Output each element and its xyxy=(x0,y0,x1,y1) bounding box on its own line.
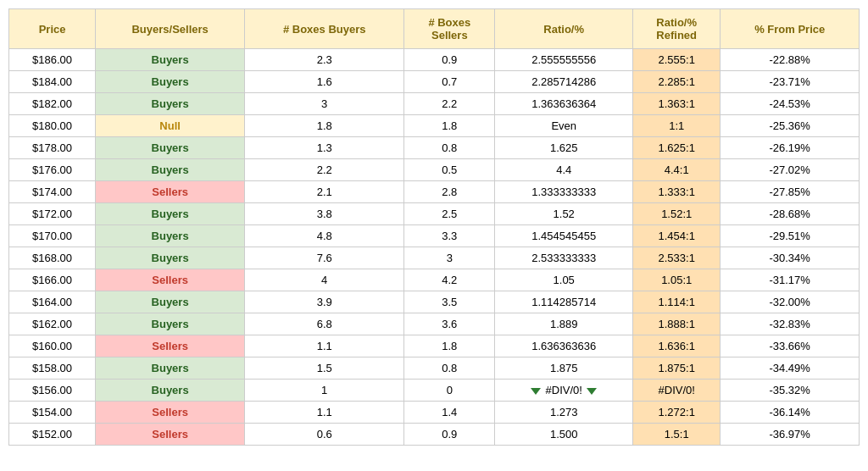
header-ratio-refined: Ratio/% Refined xyxy=(633,9,721,49)
ratio-cell: 1.05 xyxy=(495,269,633,291)
ratio-cell: 2.555555556 xyxy=(495,49,633,71)
header-boxes-buyers: # Boxes Buyers xyxy=(245,9,404,49)
type-cell: Buyers xyxy=(96,71,245,93)
price-cell: $180.00 xyxy=(9,115,96,137)
boxes-sellers-cell: 0.9 xyxy=(404,49,495,71)
ratio-cell: 1.114285714 xyxy=(495,291,633,313)
boxes-buyers-cell: 1.3 xyxy=(245,137,404,159)
ratio-cell: 2.533333333 xyxy=(495,247,633,269)
header-ratio: Ratio/% xyxy=(495,9,633,49)
ratio-refined-cell: 4.4:1 xyxy=(633,159,721,181)
ratio-cell: 1.636363636 xyxy=(495,335,633,357)
price-cell: $172.00 xyxy=(9,203,96,225)
price-cell: $168.00 xyxy=(9,247,96,269)
boxes-buyers-cell: 3.9 xyxy=(245,291,404,313)
ratio-cell: 1.52 xyxy=(495,203,633,225)
type-cell: Buyers xyxy=(96,93,245,115)
boxes-sellers-cell: 2.5 xyxy=(404,203,495,225)
ratio-refined-cell: 1.333:1 xyxy=(633,181,721,203)
boxes-buyers-cell: 6.8 xyxy=(245,313,404,335)
ratio-cell: 1.889 xyxy=(495,313,633,335)
type-cell: Sellers xyxy=(96,424,245,446)
ratio-refined-cell: 2.285:1 xyxy=(633,71,721,93)
boxes-sellers-cell: 2.2 xyxy=(404,93,495,115)
type-cell: Buyers xyxy=(96,357,245,380)
boxes-buyers-cell: 0.6 xyxy=(245,424,404,446)
price-cell: $178.00 xyxy=(9,137,96,159)
type-cell: Null xyxy=(96,115,245,137)
from-price-cell: -36.14% xyxy=(721,402,860,424)
from-price-cell: -30.34% xyxy=(721,247,860,269)
price-cell: $156.00 xyxy=(9,380,96,402)
boxes-sellers-cell: 3.5 xyxy=(404,291,495,313)
header-from-price: % From Price xyxy=(721,9,860,49)
boxes-buyers-cell: 1.5 xyxy=(245,357,404,380)
boxes-sellers-cell: 0.9 xyxy=(404,424,495,446)
price-cell: $184.00 xyxy=(9,71,96,93)
boxes-sellers-cell: 1.8 xyxy=(404,115,495,137)
boxes-buyers-cell: 4.8 xyxy=(245,225,404,247)
type-cell: Buyers xyxy=(96,49,245,71)
ratio-cell: 1.625 xyxy=(495,137,633,159)
ratio-refined-cell: 1.888:1 xyxy=(633,313,721,335)
type-cell: Buyers xyxy=(96,159,245,181)
ratio-refined-cell: 1.454:1 xyxy=(633,225,721,247)
ratio-cell: 2.285714286 xyxy=(495,71,633,93)
boxes-buyers-cell: 1.8 xyxy=(245,115,404,137)
boxes-buyers-cell: 2.1 xyxy=(245,181,404,203)
ratio-cell: 1.500 xyxy=(495,424,633,446)
from-price-cell: -27.02% xyxy=(721,159,860,181)
boxes-buyers-cell: 1.1 xyxy=(245,402,404,424)
ratio-cell: 1.273 xyxy=(495,402,633,424)
price-cell: $166.00 xyxy=(9,269,96,291)
ratio-refined-cell: 1.363:1 xyxy=(633,93,721,115)
ratio-refined-cell: 1.272:1 xyxy=(633,402,721,424)
boxes-sellers-cell: 2.8 xyxy=(404,181,495,203)
boxes-buyers-cell: 3 xyxy=(245,93,404,115)
boxes-sellers-cell: 1.8 xyxy=(404,335,495,357)
price-cell: $174.00 xyxy=(9,181,96,203)
ratio-refined-cell: 2.533:1 xyxy=(633,247,721,269)
boxes-sellers-cell: 0 xyxy=(404,380,495,402)
arrow-left-icon xyxy=(531,388,541,395)
boxes-sellers-cell: 1.4 xyxy=(404,402,495,424)
from-price-cell: -35.32% xyxy=(721,380,860,402)
from-price-cell: -34.49% xyxy=(721,357,860,380)
type-cell: Sellers xyxy=(96,269,245,291)
boxes-sellers-cell: 3.3 xyxy=(404,225,495,247)
boxes-sellers-cell: 0.5 xyxy=(404,159,495,181)
boxes-buyers-cell: 2.3 xyxy=(245,49,404,71)
price-cell: $154.00 xyxy=(9,402,96,424)
ratio-cell: 1.333333333 xyxy=(495,181,633,203)
header-boxes-sellers: # Boxes Sellers xyxy=(404,9,495,49)
boxes-buyers-cell: 1.6 xyxy=(245,71,404,93)
from-price-cell: -31.17% xyxy=(721,269,860,291)
ratio-cell: 1.363636364 xyxy=(495,93,633,115)
price-cell: $162.00 xyxy=(9,313,96,335)
ratio-refined-cell: 1.5:1 xyxy=(633,424,721,446)
type-cell: Buyers xyxy=(96,313,245,335)
boxes-buyers-cell: 3.8 xyxy=(245,203,404,225)
main-table: Price Buyers/Sellers # Boxes Buyers # Bo… xyxy=(8,8,860,446)
ratio-refined-cell: #DIV/0! xyxy=(633,380,721,402)
ratio-refined-cell: 1:1 xyxy=(633,115,721,137)
price-cell: $164.00 xyxy=(9,291,96,313)
header-buyers-sellers: Buyers/Sellers xyxy=(96,9,245,49)
ratio-refined-cell: 1.05:1 xyxy=(633,269,721,291)
arrow-right-icon xyxy=(587,388,597,395)
price-cell: $170.00 xyxy=(9,225,96,247)
ratio-refined-cell: 1.625:1 xyxy=(633,137,721,159)
ratio-refined-cell: 1.52:1 xyxy=(633,203,721,225)
boxes-sellers-cell: 3.6 xyxy=(404,313,495,335)
boxes-sellers-cell: 4.2 xyxy=(404,269,495,291)
ratio-cell: 1.875 xyxy=(495,357,633,380)
type-cell: Sellers xyxy=(96,181,245,203)
type-cell: Buyers xyxy=(96,247,245,269)
ratio-cell: Even xyxy=(495,115,633,137)
from-price-cell: -36.97% xyxy=(721,424,860,446)
from-price-cell: -26.19% xyxy=(721,137,860,159)
price-cell: $182.00 xyxy=(9,93,96,115)
boxes-buyers-cell: 4 xyxy=(245,269,404,291)
boxes-buyers-cell: 2.2 xyxy=(245,159,404,181)
price-cell: $158.00 xyxy=(9,357,96,380)
